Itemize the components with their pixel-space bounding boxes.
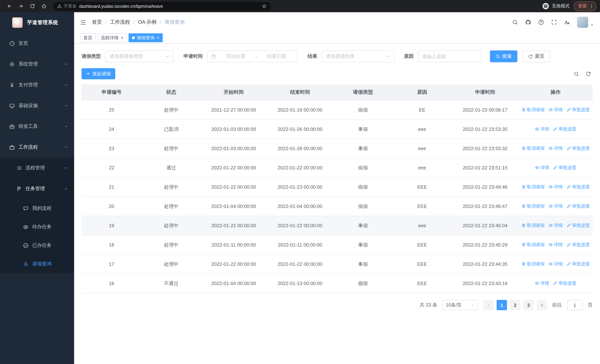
action-progress-link[interactable]: 审批进度 [553,165,576,171]
reset-button-label: 重置 [535,53,544,60]
kebab-menu-icon[interactable] [589,3,594,9]
reset-button[interactable]: 重置 [522,50,550,62]
tab-close-icon[interactable]: × [157,36,159,40]
action-detail-link[interactable]: 详情 [548,184,563,190]
action-cancel-link[interactable]: 取消请假 [521,203,544,209]
sidebar-item-3[interactable]: 基础设施 [0,95,74,116]
create-leave-button[interactable]: 发起请假 [82,68,115,79]
bookmark-star-icon[interactable] [262,3,267,9]
question-icon[interactable] [538,19,544,25]
action-progress-link[interactable]: 审批进度 [553,280,576,287]
browser-update-menu-button[interactable]: 更新 [574,1,596,11]
sidebar-item-0[interactable]: 首页 [0,33,74,54]
action-cancel-link[interactable]: 取消请假 [521,107,544,113]
action-progress-link[interactable]: 审批进度 [566,184,590,190]
tab-2[interactable]: 请假查询× [129,33,163,42]
sidebar-item-10[interactable]: 已办任务 [0,236,74,255]
action-progress-link[interactable]: 审批进度 [566,261,590,267]
column-header-6: 申请时间 [452,84,518,100]
view-icon [535,281,539,286]
sidebar-toggle-button[interactable] [80,19,86,25]
create-leave-label: 发起请假 [92,71,111,77]
font-size-icon[interactable] [564,19,570,25]
action-detail-link[interactable]: 详情 [548,203,563,209]
action-cancel-link[interactable]: 取消请假 [521,145,544,152]
action-detail-link[interactable]: 详情 [535,126,549,132]
action-detail-link[interactable]: 详情 [548,261,563,267]
prev-page-button[interactable] [483,300,494,310]
page-button-2[interactable]: 2 [510,300,520,310]
browser-reload-button[interactable] [30,3,35,9]
sidebar: 芋道管理系统 首页系统管理支付管理基础设施研发工具工作流程流程管理任务管理我的流… [0,12,74,364]
refresh-icon [528,54,533,59]
sidebar-item-6[interactable]: 流程管理 [0,158,74,178]
sidebar-item-4[interactable]: 研发工具 [0,116,74,137]
next-page-button[interactable] [537,300,547,310]
search-icon[interactable] [512,19,518,25]
cell-actions: 取消请假详情审批进度 [518,100,593,120]
tab-close-icon[interactable]: × [121,36,123,40]
action-detail-link[interactable]: 详情 [548,145,563,152]
page-button-1[interactable]: 1 [497,300,507,310]
refresh-icon[interactable] [586,71,591,76]
browser-forward-button[interactable] [18,3,24,9]
address-bar[interactable]: 不安全 dashboard.yudao.iocoder.cn/bpm/oa/le… [53,2,271,10]
action-progress-link[interactable]: 审批进度 [566,145,590,152]
sidebar-item-5[interactable]: 工作流程 [0,137,74,158]
breadcrumb-item-2[interactable]: OA 示例 [138,19,156,26]
page-size-value: 10条/页 [446,302,462,308]
github-icon[interactable] [525,19,531,25]
browser-back-button[interactable] [7,3,12,9]
action-cancel-link[interactable]: 取消请假 [521,261,544,267]
user-menu[interactable] [577,17,594,28]
sidebar-item-2[interactable]: 支付管理 [0,75,74,95]
page-button-3[interactable]: 3 [523,300,534,310]
action-detail-link[interactable]: 详情 [548,222,563,229]
table-row-21: 21处理中2022-01-22 00:00:002022-01-23 00:00… [82,177,593,197]
action-progress-link[interactable]: 审批进度 [566,222,590,229]
action-detail-link[interactable]: 详情 [548,242,563,248]
action-progress-link[interactable]: 审批进度 [566,242,590,248]
action-detail-link[interactable]: 详情 [535,280,549,287]
security-indicator[interactable]: 不安全 [57,3,76,9]
page-size-select[interactable]: 10条/页 [442,300,478,310]
content: 请假类型 请选择请假类型 申请时间 开始日期 - 结束日期 结果 请选择流结果 [74,44,600,364]
sidebar-item-7[interactable]: 任务管理 [0,178,74,199]
search-button[interactable]: 搜索 [490,50,517,62]
action-progress-link[interactable]: 审批进度 [566,107,590,113]
logo-image [12,18,23,28]
action-cancel-link[interactable]: 取消请假 [521,222,544,229]
pagination: 共 23 条 10条/页 123 前往 页 [82,300,593,310]
action-cancel-link[interactable]: 取消请假 [521,184,544,190]
search-icon[interactable] [574,71,579,76]
action-progress-link[interactable]: 审批进度 [566,203,590,209]
sidebar-item-label: 我的流程 [32,205,52,212]
breadcrumb-item-0[interactable]: 首页 [92,19,102,26]
reason-input[interactable] [418,50,482,62]
action-detail-link[interactable]: 详情 [548,107,563,113]
leave-type-select[interactable]: 请选择请假类型 [105,50,174,62]
fullscreen-icon[interactable] [551,19,557,25]
sidebar-item-1[interactable]: 系统管理 [0,54,74,75]
cell-end-time: 2022-01-23 00:00:00 [266,177,334,197]
goto-page-input[interactable] [567,300,582,310]
action-progress-link[interactable]: 审批进度 [553,126,576,132]
tab-1[interactable]: 流程详情× [97,33,127,42]
browser-home-button[interactable] [41,3,47,9]
result-select[interactable]: 请选择流结果 [322,50,394,62]
apply-time-range-picker[interactable]: 开始日期 - 结束日期 [207,50,298,62]
sidebar-item-8[interactable]: 我的流程 [0,199,74,218]
sidebar-item-11[interactable]: 请假查询 [0,255,74,273]
action-detail-link[interactable]: 详情 [535,165,549,171]
cell-apply-time: 2022-01-22 23:49:46 [452,177,518,197]
app-logo[interactable]: 芋道管理系统 [0,12,74,33]
tab-0[interactable]: 首页 [80,33,96,42]
delete-icon [521,262,526,266]
breadcrumb-item-1[interactable]: 工作流程 [110,19,130,26]
pager: 123 [483,300,547,310]
cell-apply-time: 2022-01-22 23:43:16 [452,274,518,293]
user-icon [23,261,28,267]
action-cancel-link[interactable]: 取消请假 [521,242,544,248]
sidebar-item-9[interactable]: 待办任务 [0,218,74,236]
cell-leave-type: 事假 [334,235,393,254]
